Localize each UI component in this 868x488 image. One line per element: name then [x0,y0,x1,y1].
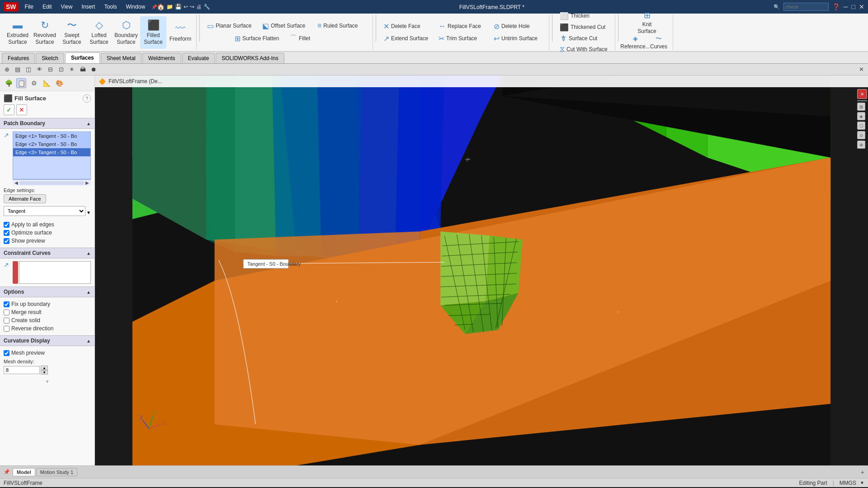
view-record-btn[interactable]: ⏺ [89,65,99,74]
view-scene-btn[interactable]: 🏔 [78,65,88,74]
listbox-scrollbar[interactable]: ◀ ▶ [13,179,91,186]
vr-btn2[interactable]: ◈ [857,112,865,120]
optimize-surface-checkbox[interactable] [4,230,9,236]
scroll-left-arrow[interactable]: ◀ [14,180,18,185]
view-front-btn[interactable]: ▤ [13,65,23,74]
print-btn[interactable]: 🖨 [196,4,202,10]
tab-weldments[interactable]: Weldments [142,53,181,63]
tab-addins[interactable]: SOLIDWORKS Add-Ins [216,53,284,63]
tab-surfaces[interactable]: Surfaces [65,52,100,63]
motion-study-tab[interactable]: Motion Study 1 [36,468,77,476]
swept-surface-btn[interactable]: 〜 Swept Surface [59,16,85,49]
edge2-item[interactable]: Edge <2> Tangent - S0 - Bo [13,140,90,148]
fillet-btn[interactable]: ⌒ Fillet [288,33,342,44]
cut-with-surface-btn[interactable]: ⧖ Cut With Surface [558,44,612,54]
knit-surface-btn[interactable]: ⊞ Knit Surface [634,14,660,32]
surface-flatten-btn[interactable]: ⊞ Surface Flatten [233,33,287,44]
delete-face-btn[interactable]: ✕ Delete Face [382,21,436,32]
menu-pin[interactable]: 📌 [151,5,157,9]
freeform-btn[interactable]: 〰 Freeform [167,16,193,49]
boundary-surface-btn[interactable]: ⬡ Boundary Surface [113,16,139,49]
patch-boundary-sel-icon[interactable]: ↗ [4,131,9,139]
display-manager-btn[interactable]: 🎨 [54,78,64,88]
extend-surface-btn[interactable]: ↗ Extend Surface [382,33,436,44]
ruled-surface-btn[interactable]: ≡ Ruled Surface [316,21,370,31]
tab-features[interactable]: Features [2,53,35,63]
view-cube-btn[interactable]: ✕ [857,89,867,99]
menu-insert[interactable]: Insert [79,3,98,11]
scroll-track[interactable] [19,181,84,185]
patch-boundary-listbox[interactable]: Edge <1> Tangent - S0 - Bo Edge <2> Tang… [13,131,91,179]
show-preview-checkbox[interactable] [4,238,9,244]
reference-btn[interactable]: ◈ Reference... [624,33,646,51]
replace-face-btn[interactable]: ↔ Replace Face [437,21,491,32]
vr-btn1[interactable]: ⊞ [857,103,865,111]
tab-evaluate[interactable]: Evaluate [182,53,215,63]
config-manager-btn[interactable]: ⚙ [29,78,39,88]
untrim-surface-btn[interactable]: ↩ Untrim Surface [492,33,546,44]
menu-tools[interactable]: Tools [101,3,119,11]
filled-surface-btn[interactable]: ⬛ Filled Surface [140,16,166,49]
planar-surface-btn[interactable]: ▭ Planar Surface [205,21,259,31]
thicken-btn[interactable]: ⬜ Thicken [558,11,612,21]
tab-sheet-metal[interactable]: Sheet Metal [101,53,142,63]
scene-3d-canvas[interactable]: Tangent - S0 - Boundary + + + X Y Z [95,75,868,465]
redo-btn[interactable]: ↪ [190,4,194,10]
close-btn[interactable]: ✕ [859,3,864,10]
units-dropdown-arrow[interactable]: ▼ [860,480,864,485]
view-hide-show-btn[interactable]: 👁 [34,65,44,74]
menu-view[interactable]: View [58,3,75,11]
merge-result-checkbox[interactable] [4,310,9,315]
edge1-item[interactable]: Edge <1> Tangent - S0 - Bo [13,132,90,140]
view-section-btn[interactable]: ⊟ [45,65,55,74]
vr-btn3[interactable]: ⬡ [857,122,865,130]
model-tab[interactable]: Model [13,468,35,476]
view-display-mode-btn[interactable]: ◫ [24,65,33,74]
maximize-btn[interactable]: □ [852,3,855,10]
mesh-density-input[interactable] [4,366,40,374]
delete-hole-btn[interactable]: ⊘ Delete Hole [492,21,546,32]
dim-xpert-btn[interactable]: 📐 [42,78,52,88]
tab-sketch[interactable]: Sketch [36,53,64,63]
scroll-right-arrow[interactable]: ▶ [85,180,89,185]
view-light-btn[interactable]: ☀ [67,65,77,74]
menu-edit[interactable]: Edit [40,3,55,11]
vr-btn5[interactable]: ⊕ [857,141,865,149]
feature-manager-btn[interactable]: 🌳 [4,78,14,88]
create-solid-checkbox[interactable] [4,318,9,324]
trim-surface-btn[interactable]: ✂ Trim Surface [437,33,491,44]
constraint-sel-icon[interactable]: ↗ [4,261,9,284]
view-align-btn[interactable]: ⊡ [56,65,66,74]
panel-help-btn[interactable]: ? [83,94,91,103]
menu-window[interactable]: Window [123,3,148,11]
edge3-item[interactable]: Edge <3> Tangent - S0 - Bo [13,148,90,156]
constraint-curves-header[interactable]: Constraint Curves ▲ [0,248,94,258]
offset-surface-btn[interactable]: ⬕ Offset Surface [260,21,315,31]
search-input[interactable] [783,3,829,11]
thickened-cut-btn[interactable]: ⬛ Thickened Cut [558,22,612,33]
add-motion-study-btn[interactable]: + [861,469,864,476]
extruded-surface-btn[interactable]: ▬ Extruded Surface [5,16,31,49]
bottom-pin-icon[interactable]: 📌 [4,469,10,475]
view-close-btn[interactable]: ✕ [856,65,866,74]
surface-cut-btn[interactable]: 🗡 Surface Cut [558,33,612,43]
constraint-listbox[interactable] [19,261,91,284]
help-icon[interactable]: ❓ [832,3,840,10]
revolved-surface-btn[interactable]: ↻ Revolved Surface [32,16,58,49]
quick-new[interactable]: 🏠 [157,3,165,10]
menu-file[interactable]: File [22,3,36,11]
mesh-preview-checkbox[interactable] [4,350,9,356]
view-orientation-btn[interactable]: ⊕ [2,65,12,74]
apply-all-edges-checkbox[interactable] [4,222,9,228]
property-manager-btn[interactable]: 📋 [16,78,26,88]
fix-up-boundary-checkbox[interactable] [4,301,9,307]
minimize-btn[interactable]: ─ [844,3,848,10]
cancel-button[interactable]: ✕ [16,104,27,115]
curvature-display-header[interactable]: Curvature Display ▲ [0,335,94,346]
quick-open[interactable]: 📁 [166,4,173,10]
tangent-dropdown[interactable]: Contact Tangent Curvature [4,206,85,216]
vr-btn4[interactable]: ⊙ [857,131,865,139]
spinner-up-btn[interactable]: ▲ [41,366,48,370]
curves-btn[interactable]: 〜 Curves [647,33,670,51]
reverse-direction-checkbox[interactable] [4,326,9,332]
